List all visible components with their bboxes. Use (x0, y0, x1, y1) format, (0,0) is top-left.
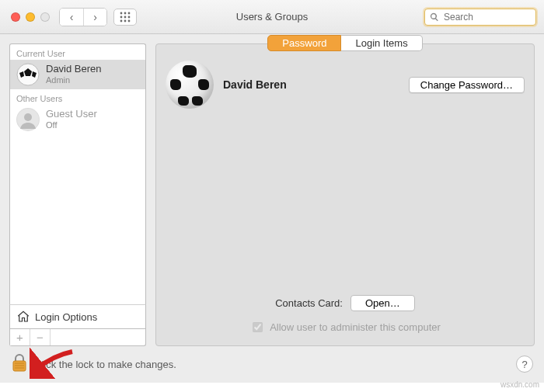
user-role: Off (46, 120, 97, 130)
svg-point-6 (120, 19, 123, 22)
change-password-button[interactable]: Change Password… (409, 77, 525, 93)
maximize-window-button (40, 12, 50, 22)
profile-name: David Beren (223, 78, 287, 91)
login-options-label: Login Options (35, 311, 97, 323)
svg-point-2 (128, 12, 131, 14)
profile-row: David Beren Change Password… (166, 61, 525, 109)
detail-panel: Password Login Items David Beren Change … (155, 43, 535, 346)
contacts-row: Contacts Card: Open… (156, 295, 534, 311)
grid-icon (120, 12, 131, 23)
back-button[interactable]: ‹ (60, 9, 83, 26)
contacts-label: Contacts Card: (275, 297, 343, 309)
login-options-button[interactable]: Login Options (9, 304, 146, 329)
content: Current User David Beren Admin Other Use… (0, 34, 544, 346)
user-name: David Beren (46, 64, 102, 75)
titlebar: ‹ › Users & Groups (0, 0, 544, 34)
person-icon (16, 108, 40, 131)
sidebar: Current User David Beren Admin Other Use… (9, 43, 146, 346)
remove-user-button: − (30, 329, 51, 345)
avatar (16, 108, 40, 131)
window-controls (11, 12, 50, 22)
add-user-button: + (10, 329, 30, 345)
svg-point-0 (120, 12, 123, 14)
tab-password[interactable]: Password (267, 35, 341, 51)
avatar (16, 63, 40, 86)
svg-point-8 (128, 19, 131, 22)
forward-button: › (83, 9, 106, 26)
other-users-label: Other Users (10, 89, 145, 105)
user-role: Admin (46, 75, 102, 85)
svg-point-1 (124, 12, 127, 14)
svg-point-5 (128, 16, 131, 18)
profile-avatar[interactable] (166, 61, 214, 109)
user-list: Current User David Beren Admin Other Use… (9, 43, 146, 304)
lock-icon (11, 353, 28, 373)
soccer-ball-icon (16, 63, 40, 86)
open-contacts-button[interactable]: Open… (350, 295, 415, 311)
admin-checkbox (253, 322, 263, 332)
svg-point-4 (124, 16, 127, 18)
close-window-button[interactable] (11, 12, 20, 22)
admin-checkbox-row: Allow user to administer this computer (156, 320, 534, 335)
watermark: wsxdn.com (500, 380, 539, 389)
house-icon (16, 310, 30, 324)
sidebar-user-guest[interactable]: Guest User Off (10, 105, 145, 134)
current-user-label: Current User (10, 44, 145, 60)
search-field[interactable] (424, 9, 536, 26)
admin-checkbox-label: Allow user to administer this computer (270, 321, 441, 333)
search-icon (430, 12, 439, 22)
add-remove-row: + − (9, 329, 146, 346)
svg-point-14 (24, 113, 32, 121)
tab-login-items[interactable]: Login Items (341, 35, 422, 51)
minimize-window-button[interactable] (26, 12, 35, 22)
svg-point-3 (120, 16, 123, 18)
lock-text: Click the lock to make changes. (34, 359, 176, 370)
lock-button[interactable] (11, 353, 28, 376)
footer: Click the lock to make changes. ? (0, 346, 544, 383)
sidebar-user-current[interactable]: David Beren Admin (10, 60, 145, 89)
svg-point-7 (124, 19, 127, 22)
help-button[interactable]: ? (516, 356, 533, 373)
search-input[interactable] (442, 11, 531, 23)
show-all-button[interactable] (113, 9, 137, 26)
nav-buttons: ‹ › (59, 8, 107, 26)
user-name: Guest User (46, 109, 97, 120)
tabs: Password Login Items (166, 35, 525, 51)
